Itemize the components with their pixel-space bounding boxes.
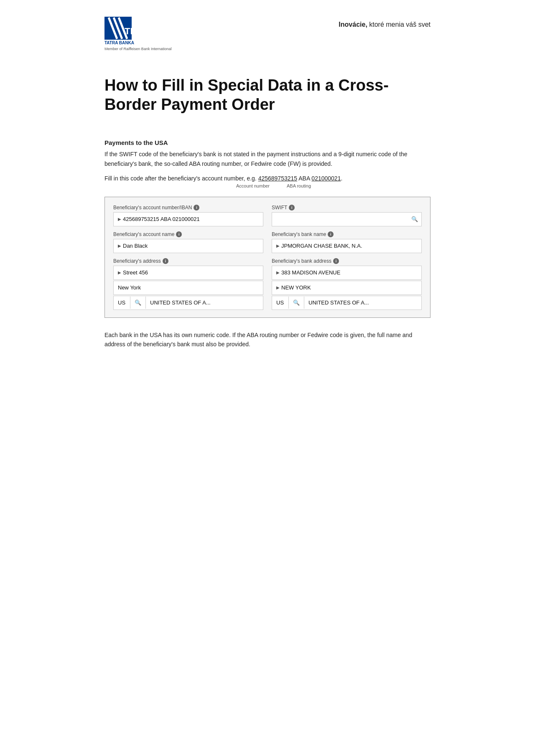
beneficiary-name-label: Beneficiary's account name i (113, 231, 263, 237)
beneficiary-country-code: US (114, 297, 130, 309)
svg-text:TB: TB (125, 26, 137, 36)
usa-section-title: Payments to the USA (104, 139, 431, 146)
payment-form: Beneficiary's account number/IBAN i ▶ 42… (104, 197, 431, 318)
swift-input[interactable]: 🔍 (272, 212, 422, 226)
beneficiary-address-label: Beneficiary's address i (113, 258, 263, 264)
label-account-number: Account number (228, 183, 278, 188)
account-number-label: Beneficiary's account number/IBAN i (113, 205, 263, 211)
bank-name-label: Beneficiary's bank name i (272, 231, 422, 237)
logo-member-text: Member of Raiffeisen Bank International (104, 47, 171, 51)
swift-search-icon[interactable]: 🔍 (411, 216, 418, 222)
beneficiary-name-info-icon[interactable]: i (176, 231, 182, 237)
form-row-1: Beneficiary's account number/IBAN i ▶ 42… (113, 205, 422, 310)
logo-area: TB TATRA BANKA Member of Raiffeisen Bank… (104, 17, 171, 51)
account-number-value: 425689753215 ABA 021000021 (123, 216, 200, 222)
account-number-info-icon[interactable]: i (194, 205, 199, 211)
bank-country-name: UNITED STATES OF A... (304, 297, 421, 309)
bank-address-city: NEW YORK (281, 284, 311, 291)
payments-usa-section: Payments to the USA If the SWIFT code of… (104, 139, 431, 188)
beneficiary-name-input[interactable]: ▶ Dan Black (113, 239, 263, 253)
beneficiary-address-city-input[interactable]: New York (113, 281, 263, 295)
beneficiary-address-info-icon[interactable]: i (163, 258, 168, 264)
bank-address-info-icon[interactable]: i (333, 258, 339, 264)
arrow-icon-4: ▶ (276, 244, 280, 248)
bank-country-code: US (272, 297, 289, 309)
fill-prefix: Fill in this code after the beneficiary'… (104, 175, 258, 182)
arrow-icon-3: ▶ (118, 270, 121, 275)
page-header: TB TATRA BANKA Member of Raiffeisen Bank… (104, 17, 431, 51)
header-slogan: Inovácie, ktoré menia váš svet (339, 21, 431, 28)
svg-text:TATRA BANKA: TATRA BANKA (104, 41, 134, 45)
beneficiary-country-search-icon[interactable]: 🔍 (130, 297, 146, 309)
left-column: Beneficiary's account number/IBAN i ▶ 42… (113, 205, 263, 310)
account-number-input[interactable]: ▶ 425689753215 ABA 021000021 (113, 212, 263, 226)
bank-address-street: 383 MADISON AVENUE (281, 269, 340, 276)
bank-country-search-icon[interactable]: 🔍 (289, 297, 304, 309)
label-aba-routing: ABA routing (278, 183, 320, 188)
example-line: Fill in this code after the beneficiary'… (104, 175, 431, 182)
right-column: SWIFT i 🔍 Beneficiary's bank name i ▶ JP… (272, 205, 422, 310)
bank-address-label: Beneficiary's bank address i (272, 258, 422, 264)
page-title: How to Fill in Special Data in a Cross-B… (104, 76, 431, 114)
beneficiary-address-street-input[interactable]: ▶ Street 456 (113, 266, 263, 280)
arrow-icon-2: ▶ (118, 244, 121, 248)
example-account: 425689753215 (258, 175, 297, 182)
bank-address-country-row: US 🔍 UNITED STATES OF A... (272, 296, 422, 310)
beneficiary-address-city: New York (118, 284, 141, 291)
aba-text: ABA (297, 175, 311, 182)
example-aba-num: 021000021 (311, 175, 341, 182)
bank-address-city-input[interactable]: ▶ NEW YORK (272, 281, 422, 295)
beneficiary-address-street: Street 456 (123, 269, 148, 276)
slogan-bold: Inovácie, (339, 21, 367, 28)
beneficiary-country-name: UNITED STATES OF A... (146, 297, 263, 309)
usa-section-body: If the SWIFT code of the beneficiary's b… (104, 150, 431, 168)
bank-address-street-input[interactable]: ▶ 383 MADISON AVENUE (272, 266, 422, 280)
bank-name-value: JPMORGAN CHASE BANK, N.A. (281, 243, 362, 249)
example-labels: Account number ABA routing (104, 183, 431, 188)
bank-name-input[interactable]: ▶ JPMORGAN CHASE BANK, N.A. (272, 239, 422, 253)
swift-label: SWIFT i (272, 205, 422, 211)
beneficiary-name-value: Dan Black (123, 243, 148, 249)
bank-name-info-icon[interactable]: i (328, 231, 334, 237)
tatra-banka-logo: TB TATRA BANKA (104, 17, 155, 46)
beneficiary-address-country-row: US 🔍 UNITED STATES OF A... (113, 296, 263, 310)
arrow-icon-5: ▶ (276, 270, 280, 275)
slogan-rest: ktoré menia váš svet (367, 21, 431, 28)
footer-text: Each bank in the USA has its own numeric… (104, 330, 431, 349)
arrow-icon: ▶ (118, 217, 121, 221)
arrow-icon-6: ▶ (276, 285, 280, 290)
swift-info-icon[interactable]: i (289, 205, 295, 211)
